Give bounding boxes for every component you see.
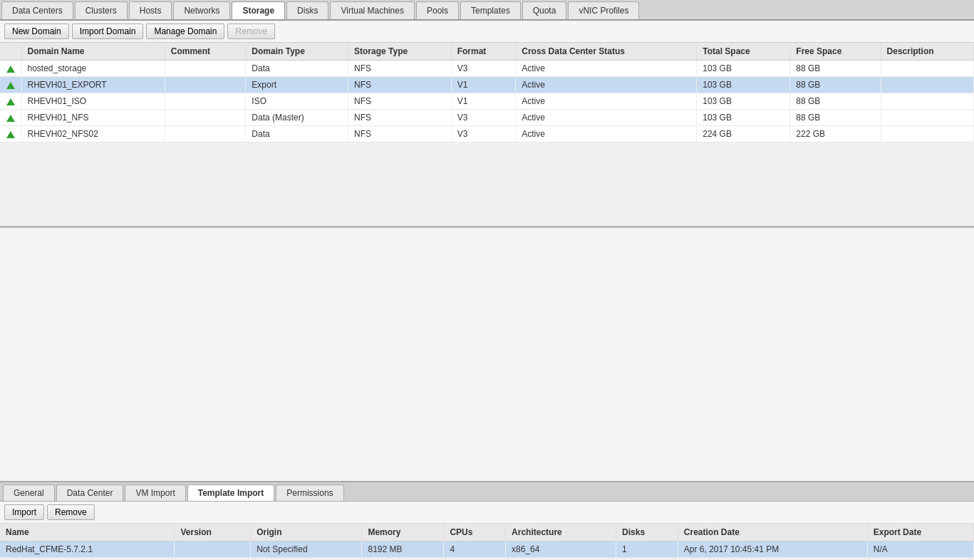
table-row[interactable]: RHEVH01_ISOISONFSV1Active103 GB88 GB: [0, 93, 974, 110]
lower-col-architecture: Architecture: [506, 524, 616, 541]
row-status-icon-cell: [0, 126, 21, 142]
lower-cell-version: [175, 541, 251, 558]
cell-free-space: 88 GB: [790, 93, 881, 110]
storage-table-header: Domain NameCommentDomain TypeStorage Typ…: [0, 43, 974, 61]
cell-description: [881, 61, 973, 77]
bottom-tab-data-center[interactable]: Data Center: [56, 484, 124, 501]
cell-comment: [165, 77, 246, 93]
cell-domain-type: Data: [246, 126, 348, 142]
lower-col-cpus: CPUs: [444, 524, 506, 541]
lower-cell-creation-date: Apr 6, 2017 10:45:41 PM: [678, 541, 867, 558]
col-domain-name: Domain Name: [21, 43, 165, 61]
main-content: New DomainImport DomainManage DomainRemo…: [0, 21, 974, 558]
bottom-toolbar: ImportRemove: [0, 502, 974, 524]
col-domain-type: Domain Type: [246, 43, 348, 61]
cell-total-space: 103 GB: [697, 93, 790, 110]
bottom-tab-general[interactable]: General: [3, 484, 55, 501]
cell-format: V3: [451, 61, 516, 77]
cell-comment: [165, 93, 246, 110]
cell-storage-type: NFS: [348, 110, 452, 126]
cell-domain-name: hosted_storage: [21, 61, 165, 77]
cell-total-space: 103 GB: [697, 110, 790, 126]
bottom-tab-template-import[interactable]: Template Import: [187, 484, 274, 501]
manage-domain-button[interactable]: Manage Domain: [146, 24, 224, 39]
middle-spacer: [0, 228, 974, 481]
col-cross-dc-status: Cross Data Center Status: [516, 43, 697, 61]
up-icon: [6, 66, 15, 73]
tab-templates[interactable]: Templates: [460, 1, 521, 19]
import-domain-button[interactable]: Import Domain: [72, 24, 144, 39]
tab-disks[interactable]: Disks: [286, 1, 328, 19]
template-import-body: RedHat_CFME-5.7.2.1Not Specified8192 MB4…: [0, 541, 974, 558]
cell-domain-name: RHEVH01_NFS: [21, 110, 165, 126]
cell-format: V1: [451, 77, 516, 93]
up-icon: [6, 115, 15, 122]
remove-bottom-button[interactable]: Remove: [47, 504, 95, 520]
lower-cell-export-date: N/A: [867, 541, 973, 558]
cell-description: [881, 93, 973, 110]
row-status-icon-cell: [0, 77, 21, 93]
cell-domain-type: ISO: [246, 93, 348, 110]
cell-free-space: 222 GB: [790, 126, 881, 142]
table-row[interactable]: RHEVH01_EXPORTExportNFSV1Active103 GB88 …: [0, 77, 974, 93]
tab-clusters[interactable]: Clusters: [75, 1, 128, 19]
tab-quota[interactable]: Quota: [522, 1, 567, 19]
lower-col-export-date: Export Date: [867, 524, 973, 541]
lower-col-version: Version: [175, 524, 251, 541]
top-navigation: Data CentersClustersHostsNetworksStorage…: [0, 0, 974, 21]
col-description: Description: [881, 43, 973, 61]
cell-storage-type: NFS: [348, 126, 452, 142]
bottom-tabs: GeneralData CenterVM ImportTemplate Impo…: [0, 481, 974, 502]
tab-data-centers[interactable]: Data Centers: [1, 1, 73, 19]
up-icon: [6, 82, 15, 89]
cell-description: [881, 126, 973, 142]
col-comment: Comment: [165, 43, 246, 61]
col-format: Format: [451, 43, 516, 61]
cell-storage-type: NFS: [348, 61, 452, 77]
lower-cell-disks: 1: [616, 541, 678, 558]
cell-storage-type: NFS: [348, 93, 452, 110]
bottom-tab-permissions[interactable]: Permissions: [276, 484, 343, 501]
tab-hosts[interactable]: Hosts: [129, 1, 172, 19]
table-row[interactable]: hosted_storageDataNFSV3Active103 GB88 GB: [0, 61, 974, 77]
template-import-table: NameVersionOriginMemoryCPUsArchitectureD…: [0, 524, 974, 558]
table-row[interactable]: RHEVH01_NFSData (Master)NFSV3Active103 G…: [0, 110, 974, 126]
table-row[interactable]: RedHat_CFME-5.7.2.1Not Specified8192 MB4…: [0, 541, 974, 558]
lower-col-memory: Memory: [362, 524, 444, 541]
import-button[interactable]: Import: [4, 504, 44, 520]
row-status-icon-cell: [0, 61, 21, 77]
cell-format: V3: [451, 110, 516, 126]
lower-cell-name: RedHat_CFME-5.7.2.1: [0, 541, 175, 558]
tab-virtual-machines[interactable]: Virtual Machines: [330, 1, 415, 19]
lower-col-disks: Disks: [616, 524, 678, 541]
cell-description: [881, 77, 973, 93]
col-status-icon: [0, 43, 21, 61]
storage-table-area: Domain NameCommentDomain TypeStorage Typ…: [0, 43, 974, 228]
lower-col-origin: Origin: [251, 524, 362, 541]
new-domain-button[interactable]: New Domain: [4, 24, 69, 39]
up-icon: [6, 98, 15, 105]
cell-free-space: 88 GB: [790, 110, 881, 126]
tab-vnic-profiles[interactable]: vNIC Profiles: [568, 1, 639, 19]
bottom-panel: GeneralData CenterVM ImportTemplate Impo…: [0, 481, 974, 558]
col-free-space: Free Space: [790, 43, 881, 61]
cell-cross-dc-status: Active: [516, 93, 697, 110]
cell-domain-type: Data: [246, 61, 348, 77]
cell-total-space: 224 GB: [697, 126, 790, 142]
col-storage-type: Storage Type: [348, 43, 452, 61]
tab-storage[interactable]: Storage: [232, 1, 285, 19]
cell-format: V3: [451, 126, 516, 142]
bottom-tab-vm-import[interactable]: VM Import: [125, 484, 185, 501]
table-row[interactable]: RHEVH02_NFS02DataNFSV3Active224 GB222 GB: [0, 126, 974, 142]
tab-networks[interactable]: Networks: [173, 1, 230, 19]
cell-comment: [165, 126, 246, 142]
col-total-space: Total Space: [697, 43, 790, 61]
tab-pools[interactable]: Pools: [416, 1, 459, 19]
lower-cell-memory: 8192 MB: [362, 541, 444, 558]
cell-cross-dc-status: Active: [516, 126, 697, 142]
lower-col-name: Name: [0, 524, 175, 541]
cell-total-space: 103 GB: [697, 77, 790, 93]
cell-cross-dc-status: Active: [516, 77, 697, 93]
cell-domain-type: Export: [246, 77, 348, 93]
lower-cell-cpus: 4: [444, 541, 506, 558]
